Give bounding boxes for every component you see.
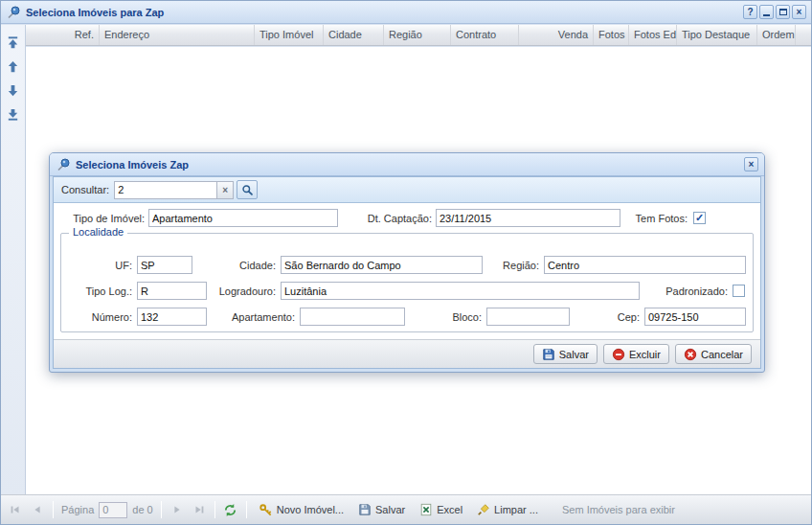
salvar-button-label: Salvar: [559, 349, 589, 360]
pushpin-icon: [6, 5, 21, 20]
cep-label: Cep:: [611, 311, 640, 323]
move-down-button[interactable]: [5, 81, 22, 99]
column-header-fotos-edi[interactable]: Fotos Edi: [629, 25, 677, 45]
next-page-button[interactable]: [168, 500, 187, 519]
window-title: Seleciona Imóveis para Zap: [26, 7, 743, 18]
toolbar-separator: [161, 501, 162, 518]
dt-captacao-label: Dt. Captação:: [346, 213, 432, 224]
toolbar-separator: [246, 501, 247, 518]
search-icon: [241, 184, 254, 196]
novo-imovel-label: Novo Imóvel...: [277, 504, 344, 515]
limpar-label: Limpar ...: [494, 504, 538, 515]
move-bottom-button[interactable]: [5, 105, 22, 123]
salvar-toolbar-label: Salvar: [375, 504, 405, 515]
logradouro-label: Logradouro:: [218, 285, 276, 297]
salvar-button[interactable]: Salvar: [533, 344, 598, 364]
page-number-input[interactable]: [99, 502, 127, 518]
search-button[interactable]: [237, 180, 258, 199]
paging-toolbar: Página de 0 Novo Imóvel...: [1, 494, 811, 524]
cancelar-button[interactable]: Cancelar: [675, 344, 752, 364]
column-header-ordem[interactable]: Ordem: [757, 25, 796, 45]
column-header-tipo-destaque[interactable]: Tipo Destaque: [677, 25, 757, 45]
column-header-cidade[interactable]: Cidade: [324, 25, 384, 45]
column-header-tipo-imovel[interactable]: Tipo Imóvel: [255, 25, 324, 45]
cidade-label: Cidade:: [236, 260, 276, 271]
tem-fotos-checkbox[interactable]: ✓: [693, 212, 706, 224]
bloco-input[interactable]: [486, 308, 570, 326]
refresh-icon: [223, 503, 237, 517]
move-up-button[interactable]: [5, 57, 22, 75]
cidade-input[interactable]: [281, 256, 483, 274]
prev-page-button[interactable]: [28, 500, 47, 519]
padronizado-checkbox[interactable]: [733, 285, 745, 297]
salvar-toolbar-button[interactable]: Salvar: [352, 499, 411, 520]
numero-input[interactable]: [137, 308, 207, 326]
localidade-legend: Localidade: [69, 226, 127, 238]
tem-fotos-label: Tem Fotos:: [628, 213, 688, 224]
main-titlebar: Seleciona Imóveis para Zap ? ×: [1, 1, 811, 24]
clean-icon: [477, 503, 490, 516]
apartamento-input[interactable]: [300, 308, 405, 326]
logradouro-input[interactable]: [281, 282, 640, 300]
main-window: Seleciona Imóveis para Zap ? ×: [0, 0, 812, 525]
dialog-body: Consultar: × Tipo de Imóvel: Dt. Captaçã…: [53, 176, 761, 369]
column-header-endereco[interactable]: Endereço: [100, 25, 255, 45]
clear-search-button[interactable]: ×: [217, 181, 234, 199]
column-header-ref[interactable]: Ref.: [26, 25, 100, 45]
consultar-toolbar: Consultar: ×: [54, 177, 760, 203]
dialog-titlebar[interactable]: Seleciona Imóveis Zap ×: [50, 153, 764, 176]
column-header-regiao[interactable]: Região: [384, 25, 451, 45]
padronizado-label: Padronizado:: [658, 285, 728, 297]
apartamento-label: Apartamento:: [223, 311, 295, 323]
delete-icon: [612, 348, 625, 361]
consultar-input[interactable]: [114, 181, 217, 199]
move-top-button[interactable]: [5, 34, 22, 51]
minimize-icon: [763, 14, 770, 16]
column-header-venda[interactable]: Venda: [519, 25, 594, 45]
key-icon: [259, 503, 273, 517]
pagina-label: Página: [61, 504, 94, 515]
first-page-button[interactable]: [6, 500, 25, 519]
refresh-button[interactable]: [221, 500, 240, 519]
limpar-button[interactable]: Limpar ...: [471, 499, 544, 520]
tipo-imovel-label: Tipo de Imóvel:: [62, 213, 145, 224]
column-header-fotos[interactable]: Fotos: [594, 25, 629, 45]
excluir-button[interactable]: Excluir: [603, 344, 669, 364]
excel-button[interactable]: Excel: [414, 499, 468, 520]
toolbar-separator: [214, 501, 215, 518]
dialog-close-button[interactable]: ×: [744, 157, 758, 171]
novo-imovel-button[interactable]: Novo Imóvel...: [253, 499, 350, 520]
column-header-contrato[interactable]: Contrato: [451, 25, 519, 45]
pushpin-icon: [56, 157, 71, 172]
maximize-button[interactable]: [776, 5, 790, 19]
regiao-input[interactable]: [544, 256, 746, 274]
close-button[interactable]: ×: [792, 5, 806, 19]
minimize-button[interactable]: [759, 5, 774, 19]
tipo-log-input[interactable]: [137, 282, 207, 300]
toolbar-separator: [53, 501, 54, 518]
uf-input[interactable]: [137, 256, 192, 274]
arrow-top-icon: [6, 35, 20, 50]
uf-label: UF:: [75, 260, 132, 271]
arrow-up-icon: [6, 59, 20, 74]
prev-page-icon: [31, 503, 44, 516]
excluir-button-label: Excluir: [629, 349, 661, 360]
dt-captacao-input[interactable]: [436, 209, 620, 227]
status-text: Sem Imóveis para exibir: [562, 504, 675, 515]
help-button[interactable]: ?: [743, 5, 757, 19]
dialog-title: Seleciona Imóveis Zap: [76, 159, 744, 171]
bloco-label: Bloco:: [446, 311, 482, 323]
cep-input[interactable]: [644, 308, 746, 326]
first-page-icon: [9, 503, 22, 516]
tipo-log-label: Tipo Log.:: [75, 285, 132, 297]
reorder-toolbar: [1, 25, 26, 494]
save-icon: [542, 348, 555, 361]
next-page-icon: [170, 503, 184, 516]
excel-icon: [419, 503, 433, 516]
cancel-icon: [684, 348, 697, 361]
dialog-seleciona-imoveis-zap: Seleciona Imóveis Zap × Consultar: × Tip…: [49, 152, 765, 373]
tipo-imovel-input[interactable]: [148, 209, 338, 227]
excel-label: Excel: [437, 504, 462, 515]
last-page-button[interactable]: [190, 500, 209, 519]
arrow-down-icon: [6, 83, 20, 98]
